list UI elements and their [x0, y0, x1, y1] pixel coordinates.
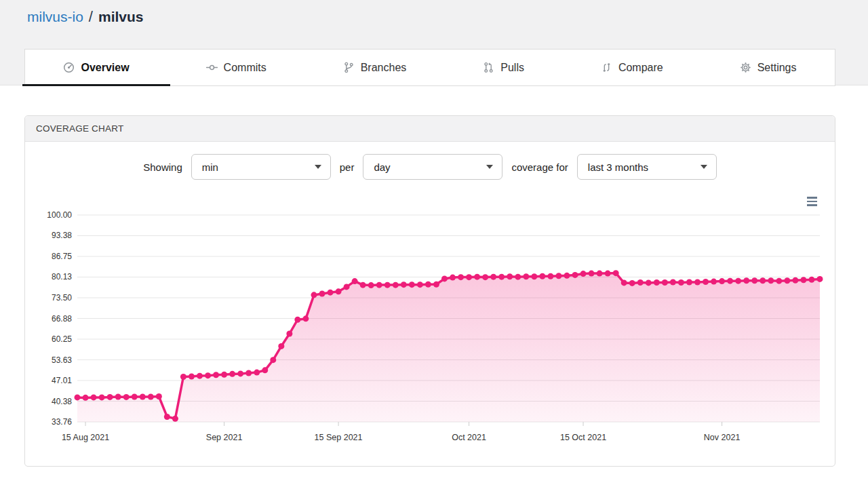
coverage-for-label: coverage for — [511, 161, 568, 173]
svg-text:Nov 2021: Nov 2021 — [704, 433, 741, 442]
svg-text:86.75: 86.75 — [52, 252, 72, 261]
tab-commits[interactable]: Commits — [198, 50, 275, 85]
breadcrumb: milvus-io / milvus — [27, 8, 144, 26]
pull-request-icon — [483, 62, 494, 73]
svg-text:60.25: 60.25 — [52, 334, 72, 344]
compare-icon — [601, 62, 612, 73]
tab-pulls[interactable]: Pulls — [475, 50, 532, 85]
svg-text:47.01: 47.01 — [52, 376, 72, 385]
svg-text:100.00: 100.00 — [47, 210, 72, 220]
page: milvus-io / milvus Overview Commits — [0, 0, 868, 487]
interval-select-value: day — [374, 161, 390, 173]
repo-tab-bar: Overview Commits Branches — [24, 49, 835, 86]
breadcrumb-org-link[interactable]: milvus-io — [27, 9, 83, 25]
svg-text:53.63: 53.63 — [52, 355, 72, 365]
tab-overview[interactable]: Overview — [55, 50, 137, 85]
chevron-down-icon — [701, 165, 707, 169]
svg-text:93.38: 93.38 — [52, 231, 72, 240]
metric-select[interactable]: min — [191, 154, 331, 180]
svg-text:Oct 2021: Oct 2021 — [452, 433, 486, 442]
range-select[interactable]: last 3 months — [577, 154, 717, 180]
svg-text:80.13: 80.13 — [52, 272, 72, 281]
svg-text:15 Aug 2021: 15 Aug 2021 — [62, 433, 109, 442]
tab-settings[interactable]: Settings — [732, 50, 805, 85]
coverage-chart-panel: COVERAGE CHART Showing min per day cover… — [24, 115, 835, 467]
svg-text:15 Sep 2021: 15 Sep 2021 — [315, 433, 363, 442]
per-label: per — [340, 161, 355, 173]
tab-label: Settings — [757, 62, 797, 74]
tab-label: Compare — [618, 62, 663, 74]
svg-text:40.38: 40.38 — [52, 397, 72, 406]
breadcrumb-separator: / — [89, 8, 93, 26]
showing-label: Showing — [143, 161, 182, 173]
breadcrumb-repo: milvus — [98, 9, 144, 25]
chevron-down-icon — [486, 165, 493, 169]
metric-select-value: min — [202, 161, 218, 173]
chevron-down-icon — [315, 165, 321, 169]
commit-icon — [206, 62, 218, 73]
gear-icon — [740, 62, 751, 73]
svg-text:15 Oct 2021: 15 Oct 2021 — [560, 433, 606, 442]
coverage-chart: 100.0093.3886.7580.1373.5066.8860.2553.6… — [25, 191, 836, 462]
gauge-icon — [63, 62, 75, 73]
tab-label: Overview — [81, 62, 129, 74]
tab-branches[interactable]: Branches — [335, 50, 415, 85]
tab-compare[interactable]: Compare — [593, 50, 671, 85]
panel-title: COVERAGE CHART — [25, 116, 835, 142]
branch-icon — [343, 62, 355, 73]
interval-select[interactable]: day — [363, 154, 502, 180]
chart-controls: Showing min per day coverage for last 3 … — [25, 154, 835, 180]
tab-label: Commits — [224, 62, 267, 74]
tab-label: Branches — [361, 62, 407, 74]
svg-text:73.50: 73.50 — [52, 293, 72, 303]
svg-text:33.76: 33.76 — [52, 417, 72, 427]
tab-label: Pulls — [500, 62, 524, 74]
range-select-value: last 3 months — [588, 161, 648, 173]
svg-text:Sep 2021: Sep 2021 — [206, 433, 243, 442]
svg-text:66.88: 66.88 — [52, 314, 72, 324]
